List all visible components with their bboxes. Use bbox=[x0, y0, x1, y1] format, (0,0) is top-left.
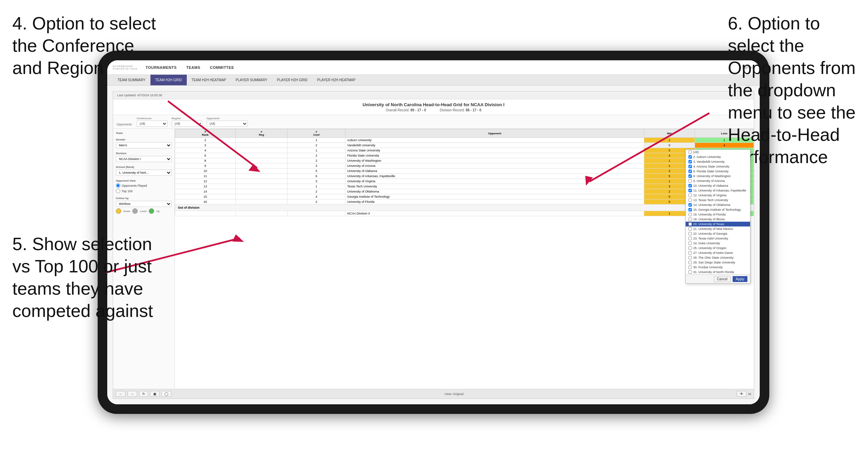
dropdown-checkbox-31[interactable] bbox=[688, 270, 692, 274]
tablet-shell: 5COREBOARD Powered by cloud TOURNAMENTS … bbox=[98, 51, 769, 414]
dropdown-checkbox-20[interactable] bbox=[688, 222, 692, 226]
dropdown-item-10[interactable]: 10. University of Alabama bbox=[686, 183, 750, 188]
dropdown-checkbox-12[interactable] bbox=[688, 194, 692, 197]
dropdown-item-2[interactable]: 2. Auburn University bbox=[686, 155, 750, 159]
dropdown-item-25[interactable]: 25. University of Oregon bbox=[686, 246, 750, 250]
dropdown-checkbox-11[interactable] bbox=[688, 189, 692, 192]
nav-committee[interactable]: COMMITTEE bbox=[210, 65, 234, 70]
dropdown-item-12[interactable]: 12. University of Virginia bbox=[686, 193, 750, 198]
dropdown-item-23[interactable]: 23. Texas A&M University bbox=[686, 236, 750, 241]
gender-select[interactable]: Men's bbox=[116, 142, 172, 148]
dropdown-checkbox-25[interactable] bbox=[688, 246, 692, 250]
annotation-bottom-left: 5. Show selection vs Top 100 or just tea… bbox=[12, 233, 153, 322]
table-row: 62 Florida State University 42 bbox=[175, 153, 754, 158]
dropdown-item-15[interactable]: 15. Georgia Institute of Technology bbox=[686, 207, 750, 212]
clock-button[interactable]: ◯ bbox=[161, 391, 171, 397]
dropdown-checkbox-9[interactable] bbox=[688, 179, 692, 183]
table-row: 116 University of Arkansas, Fayetteville… bbox=[175, 174, 754, 179]
top-100-radio[interactable]: Top 100 bbox=[116, 189, 172, 193]
dropdown-checkbox-22[interactable] bbox=[688, 232, 692, 235]
sub-nav-team-h2h-heatmap[interactable]: TEAM H2H HEATMAP bbox=[187, 75, 231, 85]
school-select[interactable]: 1. University of Nort... bbox=[116, 170, 172, 176]
copy-button[interactable]: ▣ bbox=[150, 391, 159, 397]
sub-nav-player-summary[interactable]: PLAYER SUMMARY bbox=[231, 75, 272, 85]
dropdown-checkbox-10[interactable] bbox=[688, 184, 692, 187]
report-title-section: University of North Carolina Head-to-Hea… bbox=[113, 99, 754, 115]
dropdown-checkbox-2[interactable] bbox=[688, 155, 692, 159]
redo-button[interactable]: → bbox=[127, 391, 137, 397]
cancel-button[interactable]: Cancel bbox=[714, 276, 731, 282]
undo-button[interactable]: ← bbox=[116, 391, 125, 397]
tablet-screen: 5COREBOARD Powered by cloud TOURNAMENTS … bbox=[107, 60, 760, 404]
col-win: Win bbox=[644, 129, 695, 138]
dropdown-checkbox-28[interactable] bbox=[688, 256, 692, 259]
division-select[interactable]: NCAA Division I bbox=[116, 156, 172, 162]
dropdown-checkbox-21[interactable] bbox=[688, 227, 692, 231]
table-row: 32 Vanderbilt University 04 bbox=[175, 143, 754, 148]
sub-nav-player-h2h-grid[interactable]: PLAYER H2H GRID bbox=[272, 75, 312, 85]
dropdown-item-4[interactable]: 4. Arizona State University bbox=[686, 164, 750, 169]
dropdown-item-all[interactable]: (All) bbox=[686, 150, 750, 155]
table-dropdown-area: Team Gender Men's Division bbox=[113, 129, 754, 389]
h2h-table: #Rank #Reg #Conf Opponent Win Loss bbox=[175, 129, 754, 216]
dropdown-checkbox-8[interactable] bbox=[688, 174, 692, 178]
dropdown-item-11[interactable]: 11. University of Arkansas, Fayetteville bbox=[686, 188, 750, 193]
dropdown-checkbox-29[interactable] bbox=[688, 261, 692, 264]
dropdown-item-13[interactable]: 13. Texas Tech University bbox=[686, 198, 750, 202]
dropdown-checkbox-23[interactable] bbox=[688, 237, 692, 240]
refresh-button[interactable]: ↻ bbox=[139, 391, 148, 397]
dropdown-item-30[interactable]: 30. Purdue University bbox=[686, 265, 750, 270]
region-select[interactable]: (All) bbox=[172, 121, 203, 127]
dropdown-checkbox-16[interactable] bbox=[688, 213, 692, 216]
dropdown-item-14[interactable]: 14. University of Oklahoma bbox=[686, 202, 750, 207]
conference-select[interactable]: (All) bbox=[137, 121, 168, 127]
dropdown-item-27[interactable]: 27. University of Notre Dame bbox=[686, 250, 750, 255]
dropdown-item-31[interactable]: 31. University of North Florida bbox=[686, 270, 750, 274]
dropdown-checkbox-18[interactable] bbox=[688, 218, 692, 221]
up-color-dot bbox=[149, 208, 154, 214]
app-container: 5COREBOARD Powered by cloud TOURNAMENTS … bbox=[107, 60, 760, 404]
sub-nav-player-h2h-heatmap[interactable]: PLAYER H2H HEATMAP bbox=[313, 75, 360, 85]
dropdown-item-16[interactable]: 16. University of Florida bbox=[686, 212, 750, 217]
colour-by-select[interactable]: Win/loss bbox=[116, 201, 172, 207]
col-conf: #Conf bbox=[288, 129, 345, 138]
dropdown-item-9[interactable]: 9. University of Arizona bbox=[686, 179, 750, 183]
dropdown-item-6[interactable]: 6. Florida State University bbox=[686, 169, 750, 174]
apply-button[interactable]: Apply bbox=[733, 276, 747, 282]
dropdown-item-28[interactable]: 28. The Ohio State University bbox=[686, 255, 750, 260]
dropdown-checkbox-30[interactable] bbox=[688, 266, 692, 269]
dropdown-item-3[interactable]: 3. Vanderbilt University bbox=[686, 159, 750, 164]
dropdown-item-8[interactable]: 8. University of Washington bbox=[686, 174, 750, 179]
team-section: Team bbox=[116, 132, 172, 135]
dropdown-item-21[interactable]: 21. University of New Mexico bbox=[686, 226, 750, 231]
dropdown-item-29[interactable]: 29. San Diego State University bbox=[686, 260, 750, 265]
report-title: University of North Carolina Head-to-Hea… bbox=[116, 102, 751, 107]
annotation-top-right: 6. Option to select the Opponents from t… bbox=[728, 12, 856, 168]
dropdown-item-18[interactable]: 18. University of Illinois bbox=[686, 217, 750, 222]
dropdown-item-24[interactable]: 24. Duke University bbox=[686, 241, 750, 246]
opponent-select[interactable]: (All) bbox=[207, 121, 248, 127]
dropdown-checkbox-27[interactable] bbox=[688, 251, 692, 255]
colour-by-section: Colour by Win/loss Down Level bbox=[116, 197, 172, 214]
dropdown-checkbox-3[interactable] bbox=[688, 160, 692, 163]
view-label: View: Original bbox=[444, 392, 463, 396]
dropdown-item-20[interactable]: 20. University of Texas bbox=[686, 222, 750, 226]
dropdown-checkbox-24[interactable] bbox=[688, 242, 692, 245]
dropdown-checkbox-4[interactable] bbox=[688, 165, 692, 168]
dropdown-checkbox-6[interactable] bbox=[688, 170, 692, 173]
dropdown-checkbox-15[interactable] bbox=[688, 208, 692, 211]
dropdown-checkbox-13[interactable] bbox=[688, 198, 692, 202]
nav-teams[interactable]: TEAMS bbox=[186, 65, 200, 70]
top-nav: 5COREBOARD Powered by cloud TOURNAMENTS … bbox=[107, 60, 760, 75]
opponents-played-radio[interactable]: Opponents Played bbox=[116, 183, 172, 188]
opponents-label: Opponents: bbox=[117, 123, 133, 126]
col-reg: #Reg bbox=[235, 129, 287, 138]
sub-nav: TEAM SUMMARY TEAM H2H GRID TEAM H2H HEAT… bbox=[107, 75, 760, 86]
opponent-dropdown[interactable]: (All) 2. Auburn University 3. Vanderbilt… bbox=[685, 149, 750, 284]
overall-record: Overall Record: 89 - 17 - 0 bbox=[386, 108, 426, 112]
eye-button[interactable]: 👁 bbox=[737, 391, 746, 397]
dropdown-checkbox-all[interactable] bbox=[688, 150, 692, 154]
opponent-view-radio-group: Opponents Played Top 100 bbox=[116, 183, 172, 193]
dropdown-checkbox-14[interactable] bbox=[688, 203, 692, 207]
dropdown-item-22[interactable]: 22. University of Georgia bbox=[686, 231, 750, 236]
